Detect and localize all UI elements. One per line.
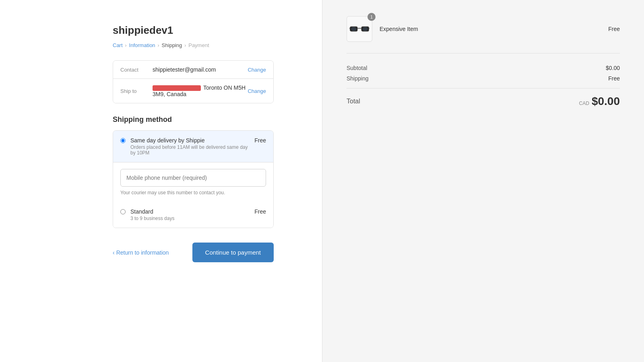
- continue-button[interactable]: Continue to payment: [192, 243, 274, 262]
- back-link[interactable]: ‹ Return to information: [113, 249, 169, 256]
- sep-3: ›: [184, 43, 186, 48]
- breadcrumb-payment: Payment: [188, 42, 209, 48]
- sep-2: ›: [158, 43, 159, 48]
- contact-label: Contact: [120, 67, 153, 73]
- subtotal-row: Subtotal $0.00: [347, 65, 620, 71]
- shipping-section-title: Shipping method: [113, 115, 274, 124]
- left-panel: shippiedev1 Cart › Information › Shippin…: [0, 0, 322, 362]
- ship-to-row: Ship to Toronto ON M5H 3M9, Canada Chang…: [113, 78, 273, 103]
- total-row: Total CAD $0.00: [347, 88, 620, 108]
- contact-row: Contact shippietester@gmail.com Change: [113, 61, 273, 78]
- breadcrumb-cart[interactable]: Cart: [113, 42, 123, 48]
- item-price: Free: [608, 26, 620, 32]
- shipping-method-same-day[interactable]: Same day delivery by Shippie Orders plac…: [113, 131, 273, 162]
- breadcrumb: Cart › Information › Shipping › Payment: [113, 42, 274, 48]
- svg-point-6: [363, 27, 368, 31]
- shipping-methods-box: Same day delivery by Shippie Orders plac…: [113, 130, 274, 228]
- item-name: Expensive Item: [380, 26, 601, 32]
- shipping-label: Shipping: [347, 75, 369, 82]
- subtotal-label: Subtotal: [347, 65, 367, 71]
- item-thumbnail-wrap: 1: [347, 16, 372, 42]
- phone-hint: Your courier may use this number to cont…: [120, 190, 266, 195]
- total-label: Total: [347, 98, 360, 105]
- ship-to-change-link[interactable]: Change: [248, 88, 266, 94]
- method-price-standard: Free: [254, 208, 266, 215]
- shipping-method-standard[interactable]: Standard 3 to 9 business days Free: [113, 202, 273, 228]
- phone-section: Your courier may use this number to cont…: [113, 162, 273, 202]
- method-info-standard: Standard 3 to 9 business days: [130, 208, 250, 221]
- sep-1: ›: [125, 43, 127, 48]
- breadcrumb-information[interactable]: Information: [129, 42, 155, 48]
- info-box: Contact shippietester@gmail.com Change S…: [113, 60, 274, 103]
- sunglasses-icon: [349, 23, 369, 35]
- phone-input-wrapper[interactable]: [120, 169, 266, 187]
- back-label: Return to information: [116, 249, 169, 256]
- method-desc-standard: 3 to 9 business days: [130, 216, 250, 221]
- item-badge: 1: [367, 13, 376, 21]
- contact-value: shippietester@gmail.com: [153, 66, 248, 73]
- redacted-name: [153, 85, 201, 91]
- method-name-standard: Standard: [130, 208, 250, 215]
- subtotal-value: $0.00: [606, 65, 620, 71]
- method-desc-same-day: Orders placed before 11AM will be delive…: [130, 144, 250, 156]
- total-right: CAD $0.00: [579, 95, 620, 108]
- method-name-same-day: Same day delivery by Shippie: [130, 137, 250, 144]
- breadcrumb-shipping: Shipping: [162, 42, 182, 48]
- store-name: shippiedev1: [113, 24, 274, 37]
- method-info-same-day: Same day delivery by Shippie Orders plac…: [130, 137, 250, 156]
- right-panel: 1 Expensive Item Free Subtotal $0.00 Shi…: [322, 0, 644, 362]
- order-item: 1 Expensive Item Free: [347, 16, 620, 53]
- radio-same-day[interactable]: [120, 138, 126, 143]
- svg-point-5: [351, 27, 356, 31]
- total-amount: $0.00: [592, 95, 620, 108]
- radio-standard[interactable]: [120, 209, 126, 214]
- total-currency: CAD: [579, 101, 589, 106]
- ship-to-value: Toronto ON M5H 3M9, Canada: [153, 84, 248, 97]
- contact-change-link[interactable]: Change: [248, 67, 266, 73]
- footer-actions: ‹ Return to information Continue to paym…: [113, 243, 274, 262]
- phone-input[interactable]: [126, 175, 260, 181]
- ship-to-label: Ship to: [120, 88, 153, 94]
- method-price-same-day: Free: [254, 137, 266, 144]
- item-thumbnail: [347, 16, 372, 42]
- shipping-value: Free: [608, 75, 620, 82]
- back-chevron: ‹: [113, 249, 115, 256]
- shipping-row: Shipping Free: [347, 75, 620, 82]
